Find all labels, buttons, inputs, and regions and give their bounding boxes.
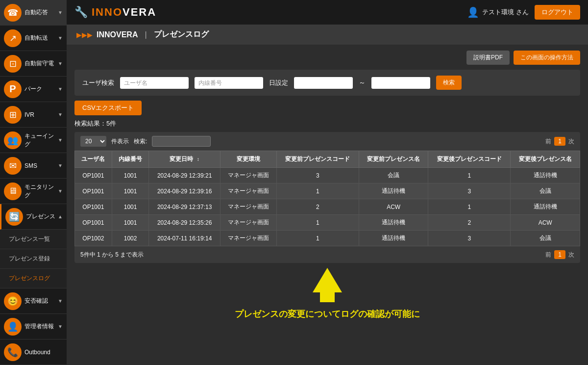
sidebar-item-ivr[interactable]: ⊞ IVR ▼ bbox=[0, 102, 67, 128]
sidebar-item-safety[interactable]: 😊 安否確認 ▼ bbox=[0, 288, 67, 314]
table-cell: 通話待機 bbox=[359, 215, 428, 231]
sidebar-item-presence-log[interactable]: プレゼンスログ bbox=[0, 269, 67, 288]
table-cell: マネージャ画面 bbox=[220, 231, 276, 246]
breadcrumb-arrows: ▶▶▶ bbox=[76, 31, 93, 39]
col-extension: 内線番号 bbox=[112, 151, 149, 168]
chevron-icon: ▼ bbox=[58, 188, 63, 194]
manual-pdf-button[interactable]: 説明書PDF bbox=[466, 51, 510, 65]
sidebar-item-label: プレゼンス bbox=[26, 212, 58, 221]
username-input[interactable] bbox=[120, 77, 189, 89]
sidebar-item-label: 管理者情報 bbox=[24, 322, 58, 331]
chevron-icon: ▼ bbox=[58, 137, 63, 143]
table-cell: 通話待機 bbox=[359, 183, 428, 199]
content-area: 説明書PDF この画面の操作方法 ユーザ検索 日設定 ～ 検索 CSVエクスポー… bbox=[67, 45, 588, 365]
breadcrumb-root: INNOVERA bbox=[97, 30, 138, 39]
sidebar-sub-label: プレゼンス登録 bbox=[9, 255, 50, 263]
chevron-icon: ▼ bbox=[58, 86, 63, 92]
arrow-up bbox=[313, 268, 342, 292]
queuing-icon: 👥 bbox=[4, 131, 22, 149]
sidebar-item-outbound[interactable]: 📞 Outbound bbox=[0, 339, 67, 365]
user-icon: 👤 bbox=[467, 6, 479, 18]
prev-page-button[interactable]: 前 bbox=[545, 137, 551, 146]
table-cell: 3 bbox=[428, 183, 511, 199]
sidebar-item-presence[interactable]: 🔄 プレゼンス ▲ bbox=[0, 204, 67, 230]
sidebar-item-park[interactable]: P パーク ▼ bbox=[0, 77, 67, 102]
table-cell: 2024-08-29 12:39:16 bbox=[149, 183, 220, 199]
table-cell: 1001 bbox=[112, 168, 149, 183]
table-cell: 3 bbox=[428, 231, 511, 246]
logout-button[interactable]: ログアウト bbox=[535, 5, 580, 20]
chevron-icon: ▼ bbox=[58, 112, 63, 117]
sidebar-item-label: モニタリング bbox=[24, 183, 58, 200]
annotation-area: プレゼンスの変更についてログの確認が可能に bbox=[74, 268, 580, 320]
current-page-bottom: 1 bbox=[554, 250, 565, 259]
date-from-input[interactable] bbox=[294, 77, 353, 89]
date-separator: ～ bbox=[359, 78, 366, 87]
col-after-name: 変更後プレゼンス名 bbox=[511, 151, 580, 168]
table-container: 20 50 100 件表示 検索: 前 1 次 ユーザ名 内線番 bbox=[74, 132, 580, 263]
table-cell: 1001 bbox=[112, 215, 149, 231]
sidebar-item-presence-register[interactable]: プレゼンス登録 bbox=[0, 249, 67, 269]
chevron-icon: ▼ bbox=[58, 10, 63, 15]
per-page-label: 件表示 bbox=[111, 137, 129, 146]
table-cell: 1 bbox=[277, 231, 359, 246]
user-name: テスト環境 さん bbox=[482, 8, 529, 17]
main-content: 🔧 INNOVERA 👤 テスト環境 さん ログアウト ▶▶▶ INNOVERA… bbox=[67, 0, 588, 365]
table-cell: 通話待機 bbox=[359, 231, 428, 246]
csv-export-button[interactable]: CSVエクスポート bbox=[74, 101, 142, 115]
park-icon: P bbox=[4, 80, 22, 98]
table-cell: OP1001 bbox=[75, 183, 112, 199]
sidebar-item-admin[interactable]: 👤 管理者情報 ▼ bbox=[0, 314, 67, 339]
table-cell: 2 bbox=[277, 199, 359, 215]
next-page-button-bottom[interactable]: 次 bbox=[568, 251, 574, 259]
per-page-select[interactable]: 20 50 100 bbox=[80, 136, 106, 147]
monitoring-icon: 🖥 bbox=[4, 182, 22, 200]
chevron-icon: ▼ bbox=[58, 298, 63, 304]
sidebar-item-queuing[interactable]: 👥 キューイング ▼ bbox=[0, 128, 67, 153]
table-row: OP100110012024-08-29 12:39:16マネージャ画面1通話待… bbox=[75, 183, 580, 199]
table-cell: OP1001 bbox=[75, 168, 112, 183]
table-cell: 2 bbox=[428, 215, 511, 231]
next-page-button[interactable]: 次 bbox=[568, 137, 574, 146]
chevron-icon: ▼ bbox=[58, 35, 63, 41]
table-cell: 1001 bbox=[112, 199, 149, 215]
sidebar-item-auto-forward[interactable]: ↗ 自動転送 ▼ bbox=[0, 26, 67, 51]
how-to-button[interactable]: この画面の操作方法 bbox=[514, 51, 580, 65]
footer-info: 5件中 1 から 5 まで表示 bbox=[80, 251, 144, 259]
breadcrumb-current: プレゼンスログ bbox=[154, 29, 209, 40]
breadcrumb: ▶▶▶ INNOVERA | プレゼンスログ bbox=[67, 25, 588, 45]
sidebar-item-voicemail[interactable]: ⊡ 自動留守電 ▼ bbox=[0, 51, 67, 77]
sidebar-item-auto-response[interactable]: ☎ 自動応答 ▼ bbox=[0, 0, 67, 26]
annotation-text: プレゼンスの変更についてログの確認が可能に bbox=[235, 308, 420, 320]
col-username: ユーザ名 bbox=[75, 151, 112, 168]
pagination-bottom: 前 1 次 bbox=[545, 250, 574, 259]
search-button[interactable]: 検索 bbox=[436, 76, 462, 90]
sidebar-item-label: SMS bbox=[24, 162, 58, 169]
sms-icon: ✉ bbox=[4, 157, 22, 175]
chevron-icon: ▲ bbox=[58, 214, 63, 219]
table-cell: マネージャ画面 bbox=[220, 199, 276, 215]
sidebar-sub-label: プレゼンスログ bbox=[9, 274, 50, 283]
chevron-icon: ▼ bbox=[58, 324, 63, 329]
sidebar-item-label: Outbound bbox=[24, 349, 63, 356]
col-change-time[interactable]: 変更日時 ↕ bbox=[149, 151, 220, 168]
prev-page-button-bottom[interactable]: 前 bbox=[545, 251, 551, 259]
table-cell: 2024-08-29 12:37:13 bbox=[149, 199, 220, 215]
header: 🔧 INNOVERA 👤 テスト環境 さん ログアウト bbox=[67, 0, 588, 25]
logo-text: INNOVERA bbox=[92, 6, 156, 19]
search-panel: ユーザ検索 日設定 ～ 検索 bbox=[74, 70, 580, 96]
table-cell: マネージャ画面 bbox=[220, 215, 276, 231]
col-after-code: 変更後プレゼンスコード bbox=[428, 151, 511, 168]
sidebar-item-sms[interactable]: ✉ SMS ▼ bbox=[0, 153, 67, 179]
table-row: OP100210022024-07-11 16:19:14マネージャ画面1通話待… bbox=[75, 231, 580, 246]
data-table: ユーザ名 内線番号 変更日時 ↕ 変更環境 変更前プレゼンスコード 変更前プレゼ… bbox=[74, 151, 580, 246]
sidebar-item-label: パーク bbox=[24, 85, 58, 93]
table-search-input[interactable] bbox=[152, 136, 211, 147]
col-change-env: 変更環境 bbox=[220, 151, 276, 168]
table-cell: 通話待機 bbox=[511, 168, 580, 183]
table-footer: 5件中 1 から 5 まで表示 前 1 次 bbox=[74, 246, 580, 263]
extension-input[interactable] bbox=[195, 77, 263, 89]
sidebar-item-monitoring[interactable]: 🖥 モニタリング ▼ bbox=[0, 179, 67, 204]
sidebar-item-presence-list[interactable]: プレゼンス一覧 bbox=[0, 230, 67, 249]
date-to-input[interactable] bbox=[371, 77, 430, 89]
